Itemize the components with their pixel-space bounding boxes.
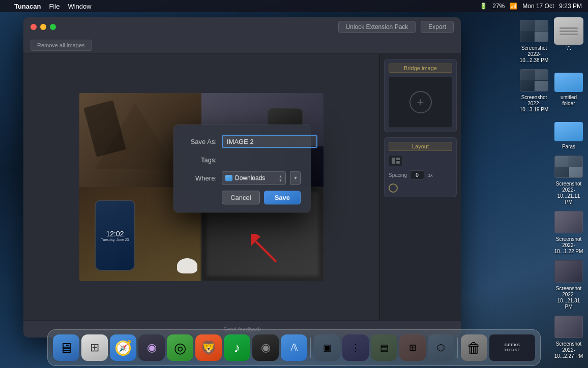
save-button[interactable]: Save [264,191,301,204]
spacing-input[interactable] [410,170,424,179]
clock: Mon 17 Oct 9:23 PM [522,3,582,10]
dock-brave[interactable]: 🦁 [195,334,222,361]
desktop-icons-area: Screenshot2022-10...2.38 PM '/'. [514,17,585,360]
dock-chrome[interactable]: ◎ [167,334,193,361]
dock-chatgpt[interactable]: ◉ [138,334,165,361]
cancel-button[interactable]: Cancel [222,191,259,204]
red-arrow-indicator [251,234,281,266]
screenshot5-label: Screenshot2022-10...21.31 PM [553,286,584,310]
layout-dot[interactable] [389,183,398,193]
spacing-row: Spacing px [389,170,452,179]
bridge-section: Bridge image + [384,59,457,132]
app-name[interactable]: Tunacan [14,3,41,10]
wifi-icon: 📶 [510,3,517,10]
dock-finder[interactable]: 🖥 [53,334,79,361]
phone-time: 12:02 [106,230,124,238]
svg-rect-0 [392,158,395,164]
where-arrows: ▲ ▼ [279,174,282,182]
screenshot2-label: Screenshot2022-10...3.19 PM [519,95,549,113]
screenshot5-icon [554,259,583,284]
where-row: Where: Downloads ▲ ▼ ▼ [184,171,301,185]
screenshot6-icon [554,314,583,340]
remove-all-button[interactable]: Remove all images [31,40,92,51]
icon-row-2: Screenshot2022-10...3.19 PM untitled fol… [514,67,585,114]
maximize-button[interactable] [50,24,56,30]
phone-screen: 12:02 Tuesday, June 23 [96,201,134,270]
add-bridge-icon: + [409,91,432,113]
desktop-icon-folder2[interactable]: Paras [552,116,585,151]
dock-trash[interactable]: 🗑 [461,334,487,361]
icon-row-3: Paras [514,116,585,151]
minimize-button[interactable] [40,24,46,30]
where-label: Where: [184,174,217,182]
dock-misc3[interactable]: ⬡ [428,334,454,361]
dock-screen1[interactable]: ▣ [314,334,340,361]
desktop-icon-screenshot6[interactable]: Screenshot2022-10...2.27 PM [552,313,585,360]
dock-tunacan2[interactable]: ⋮ [342,334,369,361]
desktop-icon-screenshot3[interactable]: Screenshot2022-10...21.11 PM [552,153,585,206]
layout-controls: Spacing px [389,155,452,193]
menubar-right: 🔋 27% 📶 Mon 17 Oct 9:23 PM [480,3,582,10]
close-button[interactable] [31,24,37,30]
dock-divider-1 [310,338,311,358]
screenshot4-icon [554,209,583,235]
dialog-buttons: Cancel Save [184,191,301,204]
where-folder-icon [225,175,232,181]
menu-window[interactable]: Window [68,3,91,10]
image-toolbar: Remove all images [23,37,461,54]
tags-input[interactable] [222,154,301,165]
export-button[interactable]: Export [421,21,454,33]
bridge-title: Bridge image [389,64,452,73]
dock-spotify[interactable]: ♪ [224,334,250,361]
folder2-icon [554,117,583,142]
desktop-icon-hd[interactable]: '/'. [552,17,585,65]
menubar-left: Tunacan File Window [6,3,92,10]
desktop-icon-screenshot4[interactable]: Screenshot2022-10...1.22 PM [552,208,585,256]
desktop: Tunacan File Window 🔋 27% 📶 Mon 17 Oct 9… [0,0,588,368]
svg-rect-2 [396,161,400,164]
desktop-icon-screenshot2[interactable]: Screenshot2022-10...3.19 PM [518,67,550,114]
menu-file[interactable]: File [49,3,60,10]
folder1-icon [554,68,583,93]
hd-icon [554,18,583,44]
svg-rect-1 [396,158,400,160]
tags-row: Tags: [184,154,301,165]
right-sidebar: Bridge image + Layout [379,54,461,320]
unlock-button[interactable]: Unlock Extension Pack [338,21,416,33]
save-as-label: Save As: [184,138,217,145]
desktop-icon-screenshot1[interactable]: Screenshot2022-10...2.38 PM [518,17,550,65]
screenshot1-icon [519,18,549,44]
layout-icon-1[interactable] [389,155,403,166]
folder1-label: untitled folder [553,95,584,107]
tags-label: Tags: [184,156,217,164]
window-titlebar: Unlock Extension Pack Export [23,17,461,37]
dock-launchpad[interactable]: ⊞ [81,334,108,361]
menubar: Tunacan File Window 🔋 27% 📶 Mon 17 Oct 9… [0,0,588,12]
where-select[interactable]: Downloads ▲ ▼ [222,171,286,185]
bridge-placeholder[interactable]: + [389,77,452,128]
save-as-row: Save As: [184,135,301,148]
battery-percent: 27% [492,3,505,10]
spacing-label: Spacing [389,172,407,178]
dock-tunacan[interactable]: ◉ [252,334,279,361]
desktop-icon-screenshot5[interactable]: Screenshot2022-10...21.31 PM [552,258,585,311]
where-left: Downloads [225,174,265,181]
where-dropdown-button[interactable]: ▼ [290,171,301,185]
dock-watermark: GEEKS TO USE [489,334,535,361]
icon-row-4: Screenshot2022-10...21.11 PM [514,153,585,206]
where-value: Downloads [235,174,265,181]
desktop-icon-folder1[interactable]: untitled folder [552,67,585,114]
save-as-input[interactable] [222,135,317,148]
dock-appstore[interactable]: 𝔸 [281,334,307,361]
layout-section: Layout Spacing px [384,137,457,197]
svg-line-4 [256,241,276,262]
phone-shape: 12:02 Tuesday, June 23 [95,200,135,271]
battery-icon: 🔋 [480,3,487,10]
screenshot1-label: Screenshot2022-10...2.38 PM [519,45,549,64]
icon-row-5: Screenshot2022-10...1.22 PM [514,208,585,256]
watermark-text: GEEKS [505,343,520,348]
dock-misc2[interactable]: ⊞ [399,334,426,361]
icon-row-6: Screenshot2022-10...21.31 PM [514,258,585,311]
dock-misc1[interactable]: ▤ [371,334,397,361]
dock-safari[interactable]: 🧭 [110,334,136,361]
